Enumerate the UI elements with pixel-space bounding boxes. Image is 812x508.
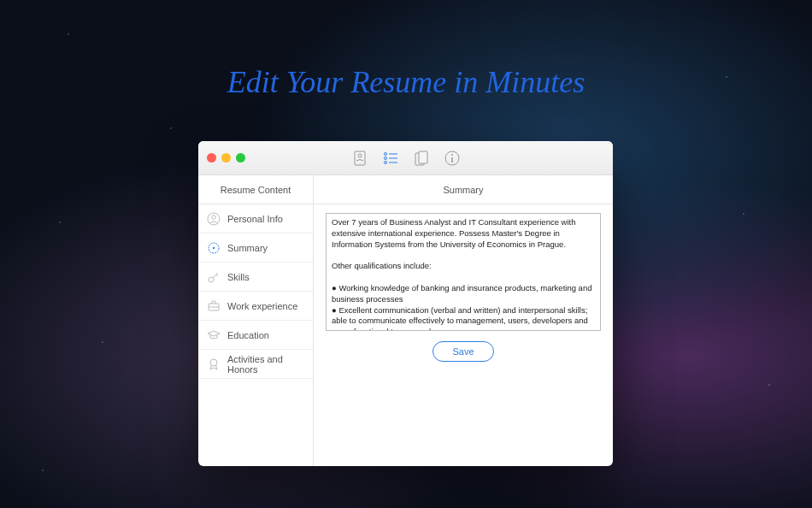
sidebar-item-label: Activities and Honors [227, 354, 304, 375]
main-panel: Summary Save [314, 175, 613, 466]
svg-line-19 [216, 275, 218, 276]
list-icon[interactable] [383, 150, 398, 167]
minimize-button[interactable] [221, 153, 231, 162]
sidebar-item-skills[interactable]: Skills [198, 263, 313, 292]
window-titlebar [198, 141, 613, 175]
svg-point-4 [384, 157, 386, 159]
sidebar-item-label: Work experience [227, 301, 297, 311]
sidebar-item-summary[interactable]: Summary [198, 233, 313, 263]
svg-point-1 [358, 154, 362, 157]
award-icon [207, 357, 221, 371]
copy-icon[interactable] [414, 150, 429, 167]
graduation-icon [207, 328, 221, 342]
key-icon [207, 270, 221, 284]
page-headline: Edit Your Resume in Minutes [0, 64, 812, 100]
maximize-button[interactable] [236, 153, 245, 162]
sidebar-item-work-experience[interactable]: Work experience [198, 292, 313, 321]
svg-point-16 [213, 246, 215, 248]
save-button[interactable]: Save [432, 341, 493, 362]
svg-rect-0 [355, 151, 365, 165]
sidebar-item-label: Education [227, 330, 269, 340]
svg-rect-9 [419, 151, 427, 163]
sidebar-item-activities[interactable]: Activities and Honors [198, 350, 313, 379]
sidebar-item-education[interactable]: Education [198, 321, 313, 350]
sidebar-header: Resume Content [198, 175, 313, 204]
window-body: Resume Content Personal Info Summary Ski… [198, 175, 613, 466]
person-icon [207, 212, 221, 226]
svg-point-14 [212, 215, 216, 219]
close-button[interactable] [207, 153, 216, 162]
sidebar-item-personal-info[interactable]: Personal Info [198, 204, 313, 233]
sidebar: Resume Content Personal Info Summary Ski… [198, 175, 314, 466]
svg-point-6 [384, 161, 386, 163]
svg-point-22 [210, 359, 217, 366]
app-window: Resume Content Personal Info Summary Ski… [198, 141, 613, 466]
sidebar-item-label: Personal Info [227, 214, 283, 224]
info-icon[interactable] [444, 150, 460, 167]
summary-icon [207, 241, 221, 255]
resume-icon[interactable] [352, 150, 368, 167]
svg-point-11 [451, 154, 453, 156]
main-header: Summary [314, 175, 613, 204]
toolbar [352, 150, 460, 167]
briefcase-icon [207, 299, 221, 313]
sidebar-item-label: Summary [227, 243, 268, 253]
summary-textarea[interactable] [326, 213, 601, 331]
window-controls [207, 153, 245, 162]
main-content: Save [314, 204, 613, 370]
sidebar-item-label: Skills [227, 272, 250, 282]
svg-point-2 [384, 152, 386, 155]
